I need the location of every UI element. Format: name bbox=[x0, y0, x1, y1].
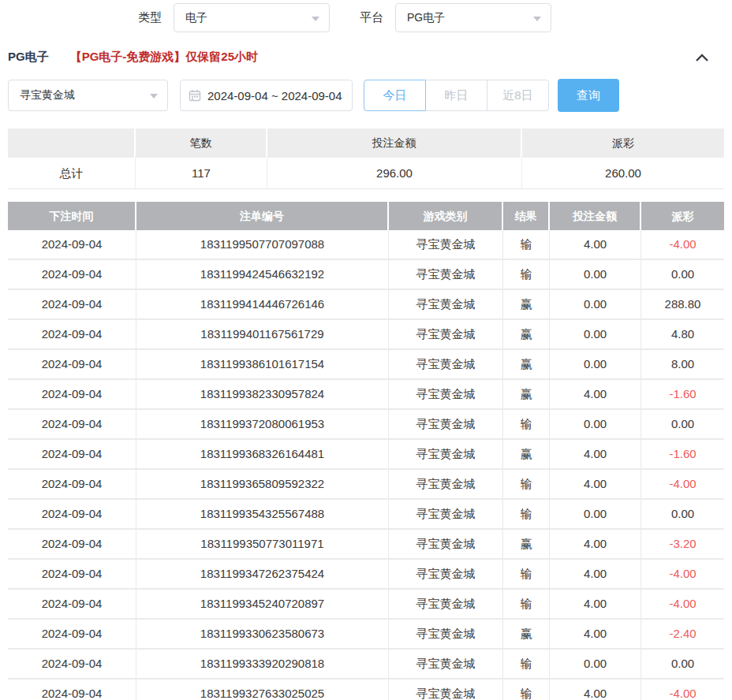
summary-header-empty bbox=[8, 128, 134, 158]
cell-order-id: 1831199327633025025 bbox=[136, 680, 389, 700]
game-select[interactable]: 寻宝黄金城 bbox=[8, 80, 168, 111]
cell-order-id: 1831199350773011971 bbox=[136, 530, 389, 558]
header-bet-amount: 投注金额 bbox=[550, 202, 641, 230]
cell-bet-time: 2024-09-04 bbox=[8, 380, 136, 408]
cell-game-type: 寻宝黄金城 bbox=[389, 560, 503, 588]
cell-bet-time: 2024-09-04 bbox=[8, 530, 136, 558]
cell-payout: -4.00 bbox=[641, 470, 724, 498]
summary-payout-value: 260.00 bbox=[522, 158, 724, 188]
platform-select-value: PG电子 bbox=[407, 11, 445, 25]
summary-header-bet-amount: 投注金额 bbox=[267, 128, 521, 158]
cell-game-type: 寻宝黄金城 bbox=[389, 320, 503, 348]
cell-order-id: 1831199354325567488 bbox=[136, 500, 389, 528]
cell-order-id: 1831199347262375424 bbox=[136, 560, 389, 588]
cell-order-id: 1831199372080061953 bbox=[136, 410, 389, 438]
table-row: 2024-09-04 1831199333920290818 寻宝黄金城 输 0… bbox=[8, 650, 724, 680]
cell-bet-amount: 4.00 bbox=[550, 530, 641, 558]
cell-result: 赢 bbox=[503, 350, 550, 378]
cell-game-type: 寻宝黄金城 bbox=[389, 650, 503, 678]
platform-label: 平台 bbox=[360, 10, 383, 25]
cell-order-id: 1831199386101617154 bbox=[136, 350, 389, 378]
cell-bet-time: 2024-09-04 bbox=[8, 590, 136, 618]
game-select-value: 寻宝黄金城 bbox=[20, 88, 75, 102]
cell-game-type: 寻宝黄金城 bbox=[389, 500, 503, 528]
cell-payout: 8.00 bbox=[641, 350, 724, 378]
collapse-button[interactable] bbox=[694, 52, 710, 63]
search-button[interactable]: 查询 bbox=[558, 79, 619, 112]
cell-payout: 0.00 bbox=[641, 500, 724, 528]
last8days-button[interactable]: 近8日 bbox=[487, 80, 549, 111]
cell-bet-time: 2024-09-04 bbox=[8, 290, 136, 318]
header-bet-time: 下注时间 bbox=[8, 202, 136, 230]
top-filter-bar: 类型 电子 平台 PG电子 bbox=[0, 0, 732, 32]
calendar-icon bbox=[189, 89, 201, 102]
cell-payout: 4.80 bbox=[641, 320, 724, 348]
cell-bet-amount: 0.00 bbox=[550, 260, 641, 289]
section-notice: 【PG电子-免费游戏】仅保留25小时 bbox=[70, 50, 258, 65]
cell-result: 输 bbox=[503, 650, 550, 678]
table-row: 2024-09-04 1831199424546632192 寻宝黄金城 输 0… bbox=[8, 260, 724, 290]
table-row: 2024-09-04 1831199350773011971 寻宝黄金城 赢 4… bbox=[8, 530, 724, 560]
cell-payout: -4.00 bbox=[641, 590, 724, 618]
type-select[interactable]: 电子 bbox=[174, 3, 330, 32]
summary-count-value: 117 bbox=[136, 158, 267, 188]
cell-payout: 288.80 bbox=[641, 290, 724, 318]
cell-payout: -4.00 bbox=[641, 680, 724, 700]
cell-payout: -1.60 bbox=[641, 440, 724, 468]
table-row: 2024-09-04 1831199368326164481 寻宝黄金城 赢 4… bbox=[8, 440, 724, 470]
query-toolbar: 寻宝黄金城 2024-09-04 ~ 2024-09-04 今日 昨日 近8日 … bbox=[8, 79, 724, 112]
header-payout: 派彩 bbox=[641, 202, 724, 230]
cell-order-id: 1831199382330957824 bbox=[136, 380, 389, 408]
date-range-input[interactable]: 2024-09-04 ~ 2024-09-04 bbox=[180, 80, 353, 111]
cell-bet-amount: 4.00 bbox=[550, 590, 641, 618]
cell-bet-time: 2024-09-04 bbox=[8, 350, 136, 378]
cell-payout: 0.00 bbox=[641, 650, 724, 678]
cell-bet-amount: 4.00 bbox=[550, 620, 641, 648]
table-row: 2024-09-04 1831199401167561729 寻宝黄金城 赢 0… bbox=[8, 320, 724, 350]
cell-payout: -3.20 bbox=[641, 530, 724, 558]
section-title: PG电子 bbox=[8, 50, 49, 65]
header-order-id: 注单编号 bbox=[136, 202, 389, 230]
cell-order-id: 1831199507707097088 bbox=[136, 230, 389, 259]
summary-total-row: 总计 117 296.00 260.00 bbox=[8, 158, 724, 189]
cell-result: 输 bbox=[503, 230, 550, 259]
cell-game-type: 寻宝黄金城 bbox=[389, 620, 503, 648]
cell-payout: -4.00 bbox=[641, 560, 724, 588]
type-select-value: 电子 bbox=[185, 11, 207, 25]
cell-order-id: 1831199333920290818 bbox=[136, 650, 389, 678]
yesterday-button[interactable]: 昨日 bbox=[425, 80, 487, 111]
cell-bet-amount: 4.00 bbox=[550, 380, 641, 408]
table-row: 2024-09-04 1831199382330957824 寻宝黄金城 赢 4… bbox=[8, 380, 724, 410]
cell-game-type: 寻宝黄金城 bbox=[389, 260, 503, 289]
table-row: 2024-09-04 1831199372080061953 寻宝黄金城 输 0… bbox=[8, 410, 724, 440]
table-row: 2024-09-04 1831199347262375424 寻宝黄金城 输 4… bbox=[8, 560, 724, 590]
cell-bet-amount: 0.00 bbox=[550, 410, 641, 438]
cell-bet-amount: 0.00 bbox=[550, 650, 641, 678]
today-button[interactable]: 今日 bbox=[364, 80, 426, 111]
cell-payout: 0.00 bbox=[641, 260, 724, 289]
date-range-value: 2024-09-04 ~ 2024-09-04 bbox=[207, 89, 342, 102]
cell-game-type: 寻宝黄金城 bbox=[389, 290, 503, 318]
cell-result: 赢 bbox=[503, 620, 550, 648]
cell-bet-time: 2024-09-04 bbox=[8, 320, 136, 348]
table-row: 2024-09-04 1831199386101617154 寻宝黄金城 赢 0… bbox=[8, 350, 724, 380]
header-game-type: 游戏类别 bbox=[389, 202, 503, 230]
cell-game-type: 寻宝黄金城 bbox=[389, 350, 503, 378]
cell-bet-amount: 4.00 bbox=[550, 230, 641, 259]
cell-payout: -1.60 bbox=[641, 380, 724, 408]
cell-result: 输 bbox=[503, 680, 550, 700]
cell-result: 赢 bbox=[503, 440, 550, 468]
cell-bet-time: 2024-09-04 bbox=[8, 470, 136, 498]
cell-order-id: 1831199401167561729 bbox=[136, 320, 389, 348]
caret-down-icon bbox=[533, 17, 541, 21]
cell-result: 赢 bbox=[503, 320, 550, 348]
cell-bet-amount: 4.00 bbox=[550, 440, 641, 468]
cell-bet-time: 2024-09-04 bbox=[8, 260, 136, 289]
platform-select[interactable]: PG电子 bbox=[395, 3, 551, 32]
cell-bet-amount: 0.00 bbox=[550, 290, 641, 318]
section-header: PG电子 【PG电子-免费游戏】仅保留25小时 bbox=[0, 50, 732, 65]
cell-payout: 0.00 bbox=[641, 410, 724, 438]
cell-game-type: 寻宝黄金城 bbox=[389, 230, 503, 259]
bet-records-table: 下注时间 注单编号 游戏类别 结果 投注金额 派彩 2024-09-04 183… bbox=[8, 202, 724, 700]
table-row: 2024-09-04 1831199345240720897 寻宝黄金城 输 4… bbox=[8, 590, 724, 620]
